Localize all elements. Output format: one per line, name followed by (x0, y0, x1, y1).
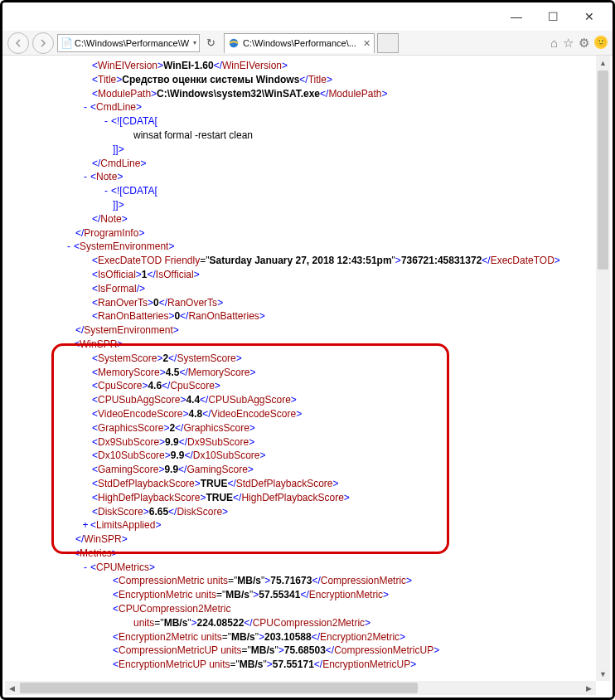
wineiversion-value: WinEI-1.60 (163, 60, 214, 71)
encryptionmetricup-value: 57.55171 (273, 659, 314, 670)
modulepath-value: C:\Windows\system32\WinSAT.exe (157, 88, 320, 100)
cdata-open: <![CDATA[ (111, 185, 157, 197)
close-button[interactable]: ✕ (571, 4, 608, 29)
scroll-thumb[interactable] (598, 70, 608, 270)
browser-toolbar: 📄 C:\Windows\Performance\W ▾ ↻ C:\Window… (2, 31, 613, 56)
maximize-button[interactable]: ☐ (535, 4, 571, 29)
home-icon[interactable]: ⌂ (550, 36, 558, 51)
gamingscore-value: 9.9 (164, 464, 178, 475)
encryption2metric-value: 203.10588 (264, 631, 312, 643)
ranoverts-value: 0 (153, 297, 159, 309)
cmd-text: winsat formal -restart clean (133, 129, 253, 141)
tab-title: C:\Windows\Performance\... (243, 38, 356, 48)
compressionmetricup-value: 75.68503 (284, 644, 326, 656)
collapse-toggle[interactable]: - (80, 561, 90, 575)
expand-toggle[interactable]: + (80, 518, 90, 532)
collapse-toggle[interactable]: - (64, 240, 74, 254)
vertical-scrollbar[interactable]: ▲ ▼ (596, 56, 610, 681)
encryptionmetric-units: MB/s (225, 589, 249, 600)
scroll-right-icon[interactable]: ▶ (582, 681, 596, 695)
browser-tab[interactable]: C:\Windows\Performance\... ✕ (224, 33, 375, 53)
encryption2metric-units: MB/s (231, 631, 255, 643)
feedback-icon[interactable]: 🙂 (594, 36, 608, 49)
cdata-close: ]]> (113, 199, 124, 211)
cpusubaggscore-value: 4.4 (186, 394, 200, 406)
encryptionmetricup-units: MB/s (240, 659, 264, 670)
address-bar[interactable]: 📄 C:\Windows\Performance\W ▾ (57, 34, 200, 52)
address-text: C:\Windows\Performance\W (75, 38, 189, 48)
cdata-close: ]]> (113, 143, 124, 155)
stddefplaybackscore-value: TRUE (201, 478, 228, 489)
cpucompression2metric-value: 224.08522 (197, 617, 245, 629)
xml-content-pane: <WinEIVersion>WinEI-1.60</WinEIVersion> … (5, 56, 610, 681)
memoryscore-value: 4.5 (166, 367, 180, 378)
scroll-down-icon[interactable]: ▼ (596, 667, 610, 681)
file-icon: 📄 (61, 37, 73, 49)
titlebar: — ☐ ✕ (2, 2, 613, 31)
back-button[interactable] (7, 32, 29, 54)
collapse-toggle[interactable]: - (80, 170, 90, 184)
cdata-open: <![CDATA[ (111, 115, 157, 127)
refresh-button[interactable]: ↻ (203, 36, 219, 49)
ie-icon (228, 37, 240, 49)
compressionmetric-value: 75.71673 (270, 575, 312, 586)
minimize-button[interactable]: — (498, 4, 535, 29)
collapse-toggle[interactable]: - (101, 114, 111, 129)
execdatetod-value: 736721:45831372 (401, 255, 482, 266)
collapse-toggle[interactable]: - (64, 547, 74, 561)
dx10subscore-value: 9.9 (171, 450, 185, 461)
horizontal-scrollbar[interactable]: ◀ ▶ (5, 681, 596, 695)
collapse-toggle[interactable]: - (64, 338, 74, 352)
scroll-up-icon[interactable]: ▲ (596, 56, 610, 70)
execdatetod-friendly: Saturday January 27, 2018 12:43:51pm (209, 255, 391, 266)
compressionmetric-units: MB/s (237, 575, 261, 586)
scroll-left-icon[interactable]: ◀ (5, 681, 19, 695)
collapse-toggle[interactable]: - (101, 184, 111, 198)
cpuscore-value: 4.6 (148, 380, 162, 391)
new-tab-button[interactable] (377, 33, 399, 53)
isofficial-value: 1 (142, 269, 148, 280)
cpucompression2metric-units: MB/s (164, 617, 188, 629)
compressionmetricup-units: MB/s (251, 644, 275, 656)
collapse-toggle[interactable]: - (80, 100, 90, 114)
videoencodescore-value: 4.8 (189, 408, 203, 420)
highdefplaybackscore-value: TRUE (206, 492, 233, 503)
tab-close-button[interactable]: ✕ (363, 38, 370, 49)
scroll-thumb[interactable] (20, 683, 418, 693)
favorites-icon[interactable]: ☆ (563, 36, 574, 51)
title-value: Средство оценки системы Windows (122, 74, 299, 85)
dx9subscore-value: 9.9 (165, 436, 179, 448)
encryptionmetric-value: 57.55341 (259, 589, 300, 600)
diskscore-value: 6.65 (149, 506, 168, 518)
forward-button[interactable] (32, 32, 54, 54)
settings-icon[interactable]: ⚙ (579, 36, 589, 51)
address-dropdown-icon[interactable]: ▾ (191, 39, 196, 46)
